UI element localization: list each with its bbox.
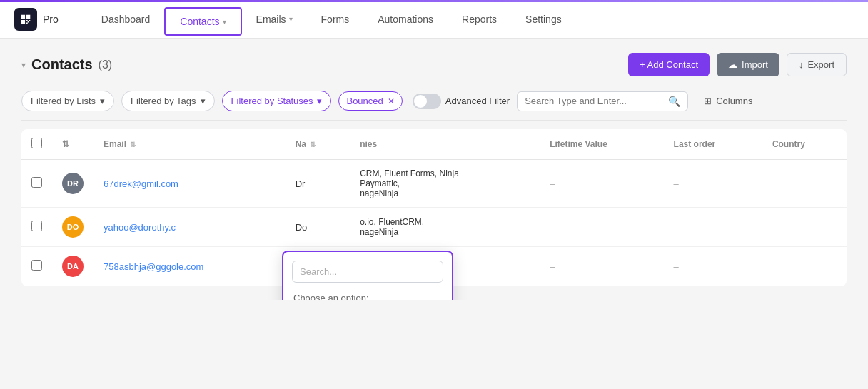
row-checkbox[interactable] xyxy=(31,177,42,188)
sort-col[interactable]: ⇅ xyxy=(52,129,94,160)
page-title-group: ▾ Contacts (3) xyxy=(21,56,112,73)
nav-contacts[interactable]: Contacts ▾ xyxy=(164,7,241,36)
chevron-down-icon: ▾ xyxy=(289,15,293,23)
companies-cell: CRM, Fluent Forms, NinjaPaymattic,nageNi… xyxy=(350,160,540,208)
name-cell: Dr xyxy=(286,160,350,208)
contacts-count: (3) xyxy=(99,59,113,71)
chevron-down-icon: ▾ xyxy=(100,96,105,106)
export-button[interactable]: ↓ Export xyxy=(787,53,847,76)
avatar: DO xyxy=(62,216,84,238)
cloud-upload-icon: ☁ xyxy=(728,59,737,70)
search-input[interactable] xyxy=(525,96,664,106)
row-checkbox[interactable] xyxy=(31,221,42,231)
nav-forms[interactable]: Forms xyxy=(307,0,364,39)
columns-button[interactable]: ⊞ Columns xyxy=(695,91,761,111)
main-nav: Dashboard Contacts ▾ Emails ▾ Forms Auto… xyxy=(87,0,854,39)
lifetime-value-cell: – xyxy=(540,247,663,286)
sort-icon: ⇅ xyxy=(130,141,136,148)
logo-icon xyxy=(14,8,37,31)
columns-icon: ⊞ xyxy=(704,96,712,106)
search-box: 🔍 xyxy=(517,91,688,111)
chevron-down-icon: ▾ xyxy=(201,96,206,106)
chevron-down-icon: ▾ xyxy=(317,96,322,106)
nav-reports[interactable]: Reports xyxy=(448,0,511,39)
page-title: Contacts xyxy=(31,56,93,73)
filter-bar: Filtered by Lists ▾ Filtered by Tags ▾ F… xyxy=(21,91,847,111)
companies-cell: o.io, FluentCRM,nageNinja xyxy=(350,208,540,247)
page-content: ▾ Contacts (3) + Add Contact ☁ Import ↓ … xyxy=(0,39,868,300)
toggle-dot xyxy=(414,95,427,108)
remove-filter-icon[interactable]: ✕ xyxy=(388,96,395,106)
header-actions: + Add Contact ☁ Import ↓ Export xyxy=(628,53,847,76)
table-row: DO yahoo@dorothy.c Do o.io, FluentCRM,na… xyxy=(21,208,847,247)
add-contact-button[interactable]: + Add Contact xyxy=(628,53,710,76)
col-lifetime: Lifetime Value xyxy=(540,129,663,160)
last-order-cell: – xyxy=(664,247,762,286)
table-row: DR 67drek@gmil.com Dr CRM, Fluent Forms,… xyxy=(21,160,847,208)
dropdown-search-wrap xyxy=(283,252,452,288)
sort-icon: ⇅ xyxy=(62,139,69,149)
filter-by-statuses-button[interactable]: Filtered by Statuses ▾ xyxy=(222,91,332,111)
lifetime-value-cell: – xyxy=(540,160,663,208)
email-cell[interactable]: 758asbhja@gggole.com xyxy=(94,247,286,286)
top-navigation: Pro Dashboard Contacts ▾ Emails ▾ Forms … xyxy=(0,0,868,39)
nav-dashboard[interactable]: Dashboard xyxy=(87,0,165,39)
contacts-table-wrap: ⇅ Email ⇅ Na ⇅ nies Lifetime Value Last … xyxy=(21,129,847,286)
avatar: DA xyxy=(62,256,84,277)
download-icon: ↓ xyxy=(799,59,804,70)
filter-by-lists-button[interactable]: Filtered by Lists ▾ xyxy=(21,91,114,111)
nav-automations[interactable]: Automations xyxy=(363,0,448,39)
sort-icon: ⇅ xyxy=(310,141,316,148)
select-all-checkbox[interactable] xyxy=(31,138,42,148)
col-email[interactable]: Email ⇅ xyxy=(94,129,286,160)
advanced-filter-label: Advanced Filter xyxy=(445,96,510,106)
col-companies: nies xyxy=(350,129,540,160)
divider xyxy=(21,120,847,121)
lifetime-value-cell: – xyxy=(540,208,663,247)
search-icon: 🔍 xyxy=(668,96,680,107)
col-name[interactable]: Na ⇅ xyxy=(286,129,350,160)
chevron-down-icon: ▾ xyxy=(223,18,226,26)
bounced-filter-tag: Bounced ✕ xyxy=(338,91,402,111)
advanced-filter-toggle[interactable] xyxy=(413,94,441,109)
dropdown-choose-label: Choose an option: xyxy=(283,288,452,300)
last-order-cell: – xyxy=(664,208,762,247)
last-order-cell: – xyxy=(664,160,762,208)
collapse-icon[interactable]: ▾ xyxy=(21,60,26,70)
country-cell xyxy=(762,208,847,247)
statuses-dropdown: Choose an option: Subscribed Pending Uns… xyxy=(282,251,453,300)
logo[interactable]: Pro xyxy=(14,8,59,31)
page-header: ▾ Contacts (3) + Add Contact ☁ Import ↓ … xyxy=(21,53,847,76)
country-cell xyxy=(762,160,847,208)
col-last-order: Last order xyxy=(664,129,762,160)
nav-settings[interactable]: Settings xyxy=(511,0,576,39)
dropdown-search-input[interactable] xyxy=(292,261,443,283)
country-cell xyxy=(762,247,847,286)
name-cell: Do xyxy=(286,208,350,247)
email-cell[interactable]: yahoo@dorothy.c xyxy=(94,208,286,247)
advanced-filter-toggle-wrap: Advanced Filter xyxy=(413,94,510,109)
logo-text: Pro xyxy=(43,14,59,25)
nav-emails[interactable]: Emails ▾ xyxy=(242,0,307,39)
filter-by-tags-button[interactable]: Filtered by Tags ▾ xyxy=(121,91,215,111)
avatar: DR xyxy=(62,173,84,194)
email-cell[interactable]: 67drek@gmil.com xyxy=(94,160,286,208)
row-checkbox[interactable] xyxy=(31,260,42,271)
import-button[interactable]: ☁ Import xyxy=(717,53,779,76)
col-country: Country xyxy=(762,129,847,160)
